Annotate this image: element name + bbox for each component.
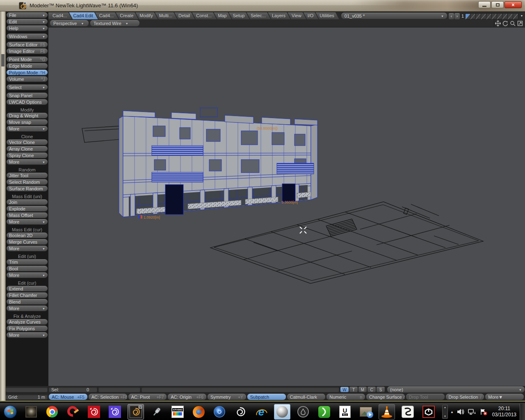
tab-layers[interactable]: Layers [268,12,290,19]
media-player-icon[interactable] [358,404,374,420]
rotate-icon[interactable] [501,20,509,27]
action-button-change-surface[interactable]: Change Surfaceq [366,394,405,400]
vmap-mode-c[interactable]: C [368,387,376,392]
sidebar-item-more[interactable]: More▼ [7,332,48,338]
layer-slot-5[interactable] [486,13,492,19]
pan-icon[interactable] [494,20,501,27]
tab-detail[interactable]: Detail [174,12,195,19]
sidebar-item-help[interactable]: Help▼ [7,25,48,31]
tab-view[interactable]: View [288,12,306,19]
action-button-numeric[interactable]: Numericn [326,394,365,400]
sidebar-item-file[interactable]: File▼ [7,12,48,18]
layer-slot-10[interactable] [513,13,518,19]
layer-slot-1[interactable] [465,13,470,19]
layer-menu-chevron-icon[interactable]: ▼ [518,12,525,19]
sidebar-item-vector-clone[interactable]: Vector Clone [7,139,48,145]
lightwave-purple-icon[interactable] [107,404,123,420]
sidebar-item-extend[interactable]: Extend [7,286,48,292]
vlc-icon[interactable] [379,404,395,420]
sidebar-item-point-mode[interactable]: Point Mode^G [7,57,48,62]
sidebar-item-blend[interactable]: Blend [7,299,48,305]
view-mode-selector[interactable]: Perspective ▼ [50,20,89,26]
action-button-ac-mouse[interactable]: AC: Mouse+F5 [49,394,87,400]
vmap-mode-w[interactable]: W [340,387,349,392]
tab-cad4-[interactable]: Cad4... [95,12,119,19]
layer-slot-2[interactable] [470,13,476,19]
sidebar-item-select-random[interactable]: Select Random [7,179,48,185]
sidebar-item-surface-editor[interactable]: Surface EditorF5 [7,42,48,48]
action-button-ac-origin[interactable]: AC: Origin+F6 [168,394,206,400]
sidebar-item-bool[interactable]: Bool [7,266,48,272]
action-button-more[interactable]: More▼ [485,394,524,400]
show-hidden-icons-button[interactable]: ▲ [450,410,454,414]
tab-create[interactable]: Create [116,12,138,19]
action-button-subpatch[interactable]: Subpatch [247,394,286,400]
fit-view-icon[interactable] [516,20,523,27]
action-button-catmull-clark[interactable]: Catmull-Clark [287,394,326,400]
taskbar-clock[interactable]: 20:11 03/11/2013 [492,406,516,418]
layer-slot-9[interactable] [508,13,513,19]
sidebar-item-jitter-tool[interactable]: Jitter Tool [7,173,48,178]
vmap-selector[interactable]: (none) ▼ [387,386,525,393]
sidebar-item-move-snap[interactable]: Move snap [7,119,48,125]
action-center-flag-icon[interactable] [479,408,488,415]
sidebar-item-explode[interactable]: Explode [7,206,48,212]
network-icon[interactable] [468,408,477,415]
sidebar-item-merge-curves[interactable]: Merge Curves [7,239,48,245]
layer-slot-4[interactable] [481,13,486,19]
game-icon[interactable] [23,404,39,420]
ccleaner-icon[interactable] [65,404,81,420]
layer-slot-7[interactable] [497,13,502,19]
lwcad-swirl-icon[interactable] [232,404,249,420]
perspective-viewport[interactable]: (50.8000[m]) 5.3600[m] 1.0920[m] [48,27,525,386]
bittorrent-icon[interactable] [316,404,332,420]
firefox-icon[interactable] [190,404,207,420]
taskbar-scroll-control[interactable]: ▲ ▼ [442,405,448,419]
sidebar-item-surface-random[interactable]: Surface Random [7,186,48,192]
sidebar-item-windows[interactable]: Windows▼ [7,34,48,39]
lightwave-modeler-taskbar-button[interactable]: M [128,404,144,420]
sidebar-item-more[interactable]: More▼ [7,272,48,278]
sidebar-item-analyze-curves[interactable]: Analyze Curves [7,319,48,325]
sidebar-item-more[interactable]: More▼ [7,126,48,132]
render-mode-selector[interactable]: Textured Wire ▼ [90,20,139,26]
sidebar-item-image-editor[interactable]: Image EditorF6 [7,48,48,54]
scene-selector[interactable]: 01_v035 * ▼ [341,13,447,19]
zbrush-icon[interactable] [399,404,416,420]
sidebar-item-boolean-2d[interactable]: Boolean 2D [7,233,48,238]
sidebar-item-volume[interactable]: Volume^J [7,76,48,82]
action-button-symmetry[interactable]: Symmetry+Y [208,394,246,400]
sidebar-item-select[interactable]: Select▼ [7,84,48,90]
ring-emblem-icon[interactable] [295,404,311,420]
sidebar-item-more[interactable]: More▼ [7,159,48,165]
volume-icon[interactable] [457,408,465,415]
sidebar-item-lwcad-options[interactable]: LWCAD Options [7,99,48,105]
action-button-drop-selection[interactable]: Drop Selection/ [446,394,484,400]
media-lens-icon[interactable] [211,404,228,420]
sidebar-item-snap-panel[interactable]: Snap Panel [7,93,48,98]
lightwave-layout-icon[interactable] [86,404,102,420]
vmap-mode-m[interactable]: M [358,387,367,392]
sidebar-item-array-clone[interactable]: Array Clone [7,146,48,152]
tab-cad4-[interactable]: Cad4... [48,12,72,19]
tab-map[interactable]: Map [214,12,231,19]
sidebar-item-more[interactable]: More▼ [7,246,48,251]
close-button[interactable]: × [504,1,522,8]
vmap-mode-s[interactable]: S [377,387,385,392]
microphone-icon[interactable] [148,404,165,420]
action-button-drop-tool[interactable]: Drop Tool [406,394,445,400]
sidebar-item-mass-offset[interactable]: Mass Offset [7,212,48,218]
layer-slot-6[interactable] [492,13,497,19]
tab-utilities[interactable]: Utilities [315,12,339,19]
internet-explorer-icon[interactable]: e [253,404,269,420]
show-desktop-button[interactable] [520,404,525,420]
sidebar-item-fillet-chamfer[interactable]: Fillet Chamfer [7,292,48,298]
vmap-mode-t[interactable]: T [349,387,358,392]
silver-sphere-icon[interactable] [274,404,290,420]
recorder-cube-icon[interactable] [420,404,437,420]
sidebar-item-spray-clone[interactable]: Spray Clone [7,153,48,158]
tab-selec-[interactable]: Selec... [247,12,271,19]
action-button-ac-pivot[interactable]: AC: Pivot+F7 [128,394,167,400]
pinnacle-studio-icon[interactable]: STUDIO [169,404,186,420]
tab-multi-[interactable]: Multi... [155,12,177,19]
